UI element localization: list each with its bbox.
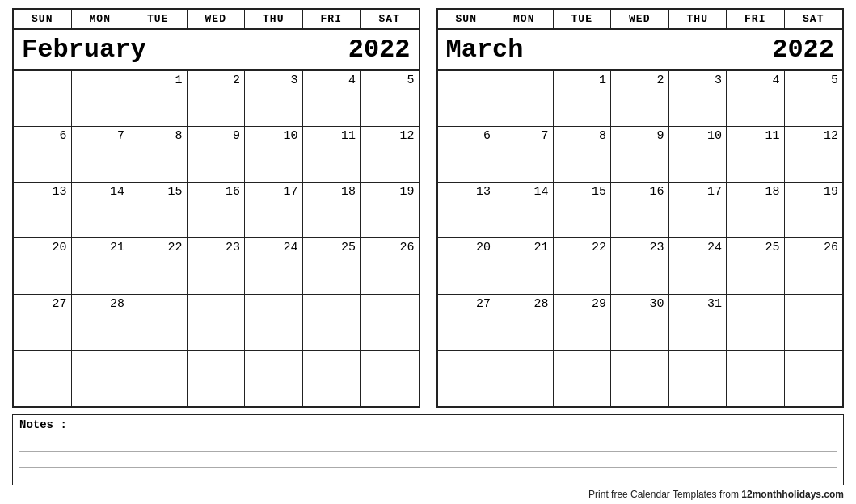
february-header-thu: THU	[245, 10, 303, 28]
march-cell-w5d0	[438, 351, 496, 406]
february-cell-w0d4: 3	[245, 71, 303, 127]
february-cell-w2d6: 19	[361, 183, 419, 238]
march-cell-w2d2: 15	[554, 183, 612, 238]
february-cell-w3d4: 24	[245, 238, 303, 294]
march-cell-w4d1: 28	[495, 295, 554, 351]
march-cell-w5d6	[785, 351, 843, 406]
march-cell-w2d3: 16	[611, 183, 669, 238]
march-cell-w3d2: 22	[554, 238, 612, 294]
march-header-fri: FRI	[727, 10, 785, 28]
notes-line-1	[19, 435, 837, 449]
march-header-wed: WED	[611, 10, 669, 28]
february-cell-w1d5: 11	[303, 127, 361, 183]
calendar-february: SUNMONTUEWEDTHUFRISATFebruary20221234567…	[12, 8, 420, 408]
march-cell-w4d6	[785, 295, 843, 351]
calendars-container: SUNMONTUEWEDTHUFRISATFebruary20221234567…	[12, 8, 844, 408]
march-cell-w2d1: 14	[495, 183, 554, 238]
march-cell-w0d5: 4	[727, 71, 785, 127]
february-cell-w3d6: 26	[361, 238, 419, 294]
february-cell-w4d4	[245, 295, 303, 351]
march-cell-w0d4: 3	[669, 71, 727, 127]
march-cell-w0d1	[495, 71, 554, 127]
march-cell-w3d3: 23	[611, 238, 669, 294]
march-cell-w4d4: 31	[669, 295, 727, 351]
march-cell-w5d2	[554, 351, 612, 406]
february-cell-w4d6	[361, 295, 419, 351]
february-year: 2022	[348, 35, 411, 65]
february-cell-w4d2	[129, 295, 188, 351]
february-month-name: February	[22, 35, 348, 65]
march-cell-w5d3	[611, 351, 669, 406]
february-cell-w0d3: 2	[188, 71, 246, 127]
february-cell-w2d3: 16	[188, 183, 246, 238]
march-grid: 1234567891011121314151617181920212223242…	[438, 71, 843, 406]
february-header-wed: WED	[188, 10, 246, 28]
february-cell-w2d4: 17	[245, 183, 303, 238]
february-cell-w0d6: 5	[361, 71, 419, 127]
february-cell-w0d0	[14, 71, 72, 127]
march-cell-w1d3: 9	[611, 127, 669, 183]
february-cell-w0d5: 4	[303, 71, 361, 127]
march-header-sun: SUN	[438, 10, 496, 28]
february-cell-w3d3: 23	[188, 238, 246, 294]
march-header-mon: MON	[495, 10, 554, 28]
march-cell-w1d1: 7	[495, 127, 554, 183]
february-cell-w4d5	[303, 295, 361, 351]
march-month-name: March	[446, 35, 773, 65]
march-cell-w5d5	[727, 351, 785, 406]
march-cell-w2d0: 13	[438, 183, 496, 238]
february-cell-w5d5	[303, 351, 361, 406]
calendar-march: SUNMONTUEWEDTHUFRISATMarch20221234567891…	[436, 8, 845, 408]
february-header-mon: MON	[72, 10, 130, 28]
footer: Print free Calendar Templates from 12mon…	[12, 489, 844, 500]
february-cell-w2d1: 14	[72, 183, 130, 238]
march-cell-w4d2: 29	[554, 295, 612, 351]
march-cell-w3d6: 26	[785, 238, 843, 294]
february-cell-w3d5: 25	[303, 238, 361, 294]
march-cell-w1d6: 12	[785, 127, 843, 183]
february-cell-w3d1: 21	[72, 238, 130, 294]
march-cell-w4d3: 30	[611, 295, 669, 351]
march-cell-w5d1	[495, 351, 554, 406]
march-day-headers: SUNMONTUEWEDTHUFRISAT	[438, 10, 843, 30]
february-header-sun: SUN	[14, 10, 72, 28]
march-cell-w3d5: 25	[727, 238, 785, 294]
february-cell-w0d1	[72, 71, 130, 127]
march-cell-w4d0: 27	[438, 295, 496, 351]
february-grid: 1234567891011121314151617181920212223242…	[14, 71, 419, 406]
february-cell-w2d0: 13	[14, 183, 72, 238]
march-cell-w3d1: 21	[495, 238, 554, 294]
february-cell-w5d6	[361, 351, 419, 406]
notes-section: Notes :	[12, 414, 844, 485]
february-cell-w5d3	[188, 351, 246, 406]
march-cell-w1d2: 8	[554, 127, 612, 183]
february-header-fri: FRI	[303, 10, 361, 28]
notes-line-3	[19, 467, 837, 481]
march-cell-w0d6: 5	[785, 71, 843, 127]
march-cell-w1d4: 10	[669, 127, 727, 183]
february-title-row: February2022	[14, 30, 419, 71]
february-cell-w5d4	[245, 351, 303, 406]
march-cell-w3d4: 24	[669, 238, 727, 294]
march-cell-w1d5: 11	[727, 127, 785, 183]
march-cell-w5d4	[669, 351, 727, 406]
march-cell-w0d2: 1	[554, 71, 612, 127]
footer-text: Print free Calendar Templates from	[588, 489, 741, 500]
march-header-tue: TUE	[554, 10, 612, 28]
notes-label: Notes :	[19, 418, 837, 431]
footer-brand: 12monthholidays.com	[741, 489, 844, 500]
february-cell-w4d0: 27	[14, 295, 72, 351]
march-cell-w0d3: 2	[611, 71, 669, 127]
march-year: 2022	[772, 35, 834, 65]
february-cell-w1d3: 9	[188, 127, 246, 183]
february-cell-w1d6: 12	[361, 127, 419, 183]
february-cell-w1d2: 8	[129, 127, 188, 183]
march-cell-w2d4: 17	[669, 183, 727, 238]
march-cell-w4d5	[727, 295, 785, 351]
february-cell-w5d0	[14, 351, 72, 406]
march-cell-w1d0: 6	[438, 127, 496, 183]
february-cell-w0d2: 1	[129, 71, 188, 127]
march-cell-w3d0: 20	[438, 238, 496, 294]
february-header-tue: TUE	[129, 10, 188, 28]
february-cell-w3d0: 20	[14, 238, 72, 294]
